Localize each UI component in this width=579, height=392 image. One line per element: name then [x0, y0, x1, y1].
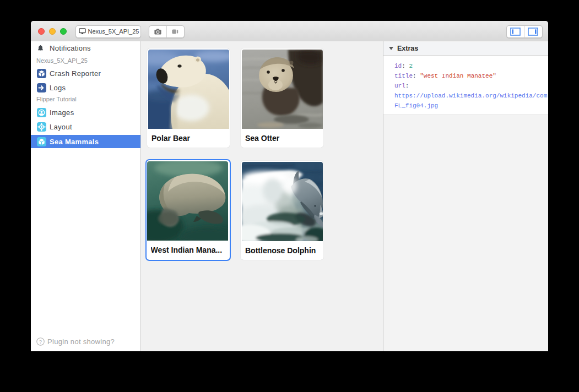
svg-text:?: ?	[39, 338, 42, 344]
